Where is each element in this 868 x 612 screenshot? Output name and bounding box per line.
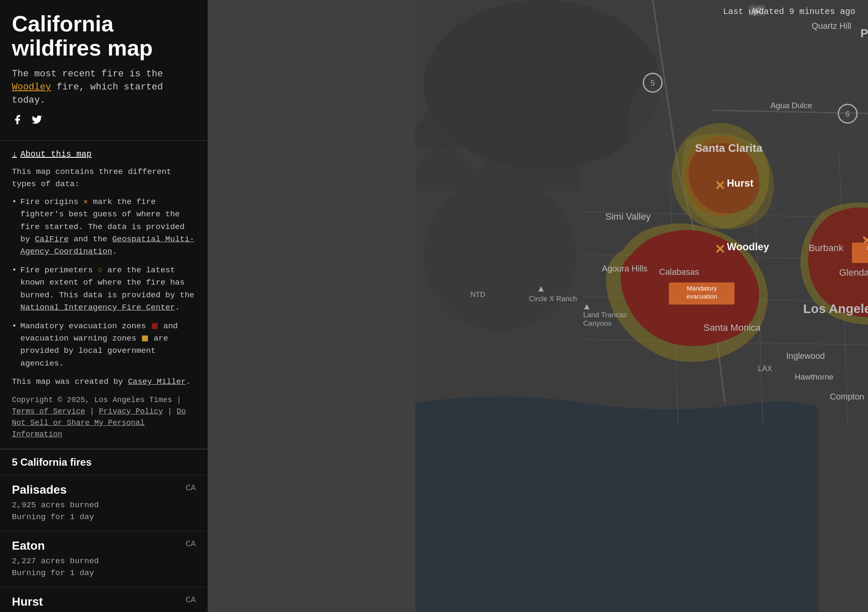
svg-rect-0 — [415, 0, 868, 612]
calfire-link[interactable]: CalFire — [35, 235, 69, 244]
about-item-zones: Mandatory evacuation zones and evacuatio… — [12, 320, 196, 370]
svg-rect-66 — [852, 243, 868, 263]
svg-text:▲: ▲ — [538, 284, 544, 295]
fire-details-palisades: 2,925 acres burned Burning for 1 day — [12, 499, 196, 523]
svg-text:Glendale: Glendale — [839, 267, 868, 278]
svg-text:Canyons: Canyons — [583, 319, 612, 327]
svg-text:Los Angeles: Los Angeles — [803, 302, 868, 316]
fires-count: 5 California fires — [12, 456, 92, 468]
svg-text:✕: ✕ — [715, 179, 725, 193]
svg-point-20 — [643, 73, 662, 92]
fire-state-hurst: CA — [186, 595, 196, 605]
svg-line-12 — [585, 297, 868, 305]
social-icons-container — [12, 114, 196, 129]
about-description: This map contains three different types … — [12, 166, 196, 191]
svg-text:Simi Valley: Simi Valley — [605, 211, 651, 222]
facebook-icon[interactable] — [12, 114, 23, 129]
svg-text:Compton: Compton — [830, 392, 864, 401]
svg-line-6 — [678, 170, 712, 297]
fire-acres-palisades: 2,925 acres burned — [12, 499, 196, 511]
svg-text:Hawthorne: Hawthorne — [795, 372, 834, 381]
last-updated: Last updated 9 minutes ago — [723, 7, 855, 17]
svg-text:Hurst: Hurst — [727, 177, 754, 189]
svg-rect-63 — [669, 282, 734, 305]
fire-details-eaton: 2,227 acres burned Burning for 1 day — [12, 555, 196, 579]
warning-evac-icon — [142, 335, 148, 341]
fire-perimeter-icon: ○ — [97, 265, 102, 275]
creator-text: This map was created by Casey Miller. — [12, 376, 196, 388]
svg-text:Agua Dulce: Agua Dulce — [771, 101, 812, 110]
svg-point-18 — [684, 136, 757, 216]
svg-text:▲: ▲ — [584, 302, 590, 313]
svg-text:Agoura Hills: Agoura Hills — [602, 264, 648, 273]
about-list: Fire origins ✕ mark the fire fighter's b… — [12, 196, 196, 370]
fire-origin-icon: ✕ — [83, 197, 88, 207]
svg-text:Santa Monica: Santa Monica — [704, 322, 761, 333]
svg-text:Burbank: Burbank — [809, 243, 844, 253]
svg-line-5 — [653, 0, 678, 170]
svg-text:Inglewood: Inglewood — [786, 351, 825, 360]
svg-text:Quartz Hill: Quartz Hill — [812, 21, 851, 31]
svg-point-19 — [672, 123, 769, 229]
svg-point-4 — [424, 178, 576, 331]
creator-link[interactable]: Casey Miller — [128, 377, 186, 386]
about-content: This map contains three different types … — [12, 166, 196, 440]
svg-line-15 — [754, 170, 763, 424]
about-item-perimeters: Fire perimeters ○ are the latest known e… — [12, 264, 196, 314]
subtitle-pre: The most recent fire is the — [12, 69, 163, 79]
svg-text:Land Trancas: Land Trancas — [583, 311, 627, 319]
fires-list: 5 California fires Palisades CA 2,925 ac… — [0, 449, 208, 612]
fire-state-palisades: CA — [186, 483, 196, 493]
fire-item-hurst[interactable]: Hurst CA 505 acres burned Burning for 1 … — [0, 587, 208, 612]
svg-line-16 — [839, 148, 848, 424]
svg-point-1 — [424, 0, 661, 170]
svg-text:Mandatory: Mandatory — [687, 285, 717, 292]
twitter-icon[interactable] — [31, 114, 42, 129]
fire-item-eaton[interactable]: Eaton CA 2,227 acres burned Burning for … — [0, 531, 208, 587]
svg-text:Woodley: Woodley — [727, 241, 769, 252]
fire-duration-eaton: Burning for 1 day — [12, 567, 196, 579]
about-section: ↓ About this map This map contains three… — [0, 141, 208, 449]
privacy-link[interactable]: Privacy Policy — [99, 407, 163, 416]
svg-text:✕: ✕ — [861, 234, 868, 248]
svg-text:Calabasas: Calabasas — [659, 267, 699, 277]
svg-text:5: 5 — [651, 79, 655, 87]
fire-name-eaton: Eaton — [12, 539, 45, 553]
fire-name-palisades: Palisades — [12, 483, 67, 497]
fire-acres-eaton: 2,227 acres burned — [12, 555, 196, 567]
svg-line-8 — [712, 110, 868, 115]
woodley-link[interactable]: Woodley — [12, 82, 51, 92]
page-title: California wildfires map — [12, 12, 196, 60]
svg-line-11 — [585, 254, 868, 263]
mandatory-evac-icon — [152, 323, 158, 329]
svg-text:✕: ✕ — [715, 242, 725, 256]
copyright-text: Copyright © 2025, Los Angeles Times | Te… — [12, 394, 196, 440]
svg-line-7 — [712, 297, 725, 403]
fire-item-palisades[interactable]: Palisades CA 2,925 acres burned Burning … — [0, 475, 208, 531]
svg-text:NTD: NTD — [470, 291, 485, 299]
svg-line-13 — [585, 339, 868, 348]
about-toggle[interactable]: ↓ About this map — [12, 149, 196, 159]
sidebar-header: California wildfires map The most recent… — [0, 0, 208, 141]
fire-name-hurst: Hurst — [12, 595, 43, 609]
svg-point-22 — [838, 104, 857, 123]
about-item-origins: Fire origins ✕ mark the fire fighter's b… — [12, 196, 196, 258]
nifc-link[interactable]: National Interagency Fire Center — [20, 303, 175, 312]
map-container[interactable]: 5 6 138 N2 Palmdale Santa Clarita Angele… — [208, 0, 868, 612]
sidebar: California wildfires map The most recent… — [0, 0, 208, 612]
fire-duration-palisades: Burning for 1 day — [12, 511, 196, 523]
tos-link[interactable]: Terms of Service — [12, 407, 85, 416]
svg-text:Santa Clarita: Santa Clarita — [695, 142, 762, 154]
svg-text:evacuation: evacuation — [687, 293, 718, 300]
svg-text:Palmdale: Palmdale — [860, 27, 868, 40]
svg-text:LAX: LAX — [758, 364, 772, 373]
subtitle-text: The most recent fire is the Woodley fire… — [12, 68, 196, 107]
svg-text:✕: ✕ — [683, 292, 694, 306]
fire-state-eaton: CA — [186, 539, 196, 549]
svg-point-2 — [627, 21, 868, 233]
svg-line-14 — [670, 170, 678, 424]
arrow-icon: ↓ — [12, 149, 17, 159]
svg-text:6: 6 — [846, 110, 850, 118]
fires-count-bar: 5 California fires — [0, 449, 208, 475]
svg-text:Circle X Ranch: Circle X Ranch — [529, 295, 577, 303]
